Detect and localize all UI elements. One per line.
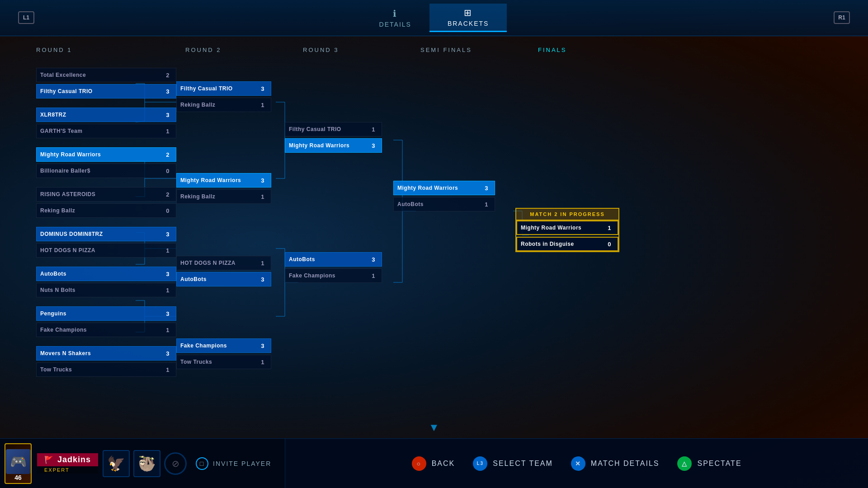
r1m3-team1[interactable]: Mighty Road Warriors 2 <box>36 147 176 162</box>
finals-column: MATCH 2 IN PROGRESS Mighty Road Warriors… <box>502 59 832 252</box>
spectate-icon: △ <box>677 456 692 471</box>
player-avatar: 🎮 <box>6 449 31 474</box>
player-level: 46 <box>14 474 22 481</box>
l1-badge[interactable]: L1 <box>18 11 34 24</box>
r2m2-team2[interactable]: Reking Ballz 1 <box>176 189 271 204</box>
r1m6-team1[interactable]: AutoBots 3 <box>36 267 176 281</box>
r2m1-team2[interactable]: Reking Ballz 1 <box>176 98 271 112</box>
r3-match-2: AutoBots 3 Fake Champions 1 <box>285 252 393 283</box>
finals-match: MATCH 2 IN PROGRESS Mighty Road Warriors… <box>515 208 619 252</box>
player-rank: EXPERT <box>37 466 98 474</box>
r1-match-8: Movers N Shakers 3 Tow Trucks 1 <box>36 346 176 377</box>
r1-match-3: Mighty Road Warriors 2 Billionaire Balle… <box>36 147 176 178</box>
r1m5-team2[interactable]: HOT DOGS N PIZZA 1 <box>36 243 176 258</box>
match-details-button[interactable]: ✕ MATCH DETAILS <box>571 456 660 471</box>
sf-match-1: Mighty Road Warriors 3 AutoBots 1 <box>393 181 502 211</box>
r3-match-1: Filthy Casual TRIO 1 Mighty Road Warrior… <box>285 122 393 153</box>
r1-match-2: XLR8TRZ 3 GARTH'S Team 1 <box>36 108 176 138</box>
r1m7-team2[interactable]: Fake Champions 1 <box>36 323 176 337</box>
player-flag-icon: 🚩 <box>44 455 54 464</box>
round2-column: Filthy Casual TRIO 3 Reking Ballz 1 Migh… <box>176 59 285 369</box>
spectate-button[interactable]: △ SPECTATE <box>677 456 741 471</box>
rounds-header: ROUND 1 ROUND 2 ROUND 3 SEMI FINALS FINA… <box>0 41 868 59</box>
tab-brackets[interactable]: ⊞ BRACKETS <box>429 4 507 32</box>
r1m8-team1[interactable]: Movers N Shakers 3 <box>36 346 176 361</box>
select-team-icon: L3 <box>473 456 487 471</box>
r1m4-team2[interactable]: Reking Ballz 0 <box>36 203 176 218</box>
r3m1-team2[interactable]: Mighty Road Warriors 3 <box>285 138 382 153</box>
r3m2-team2[interactable]: Fake Champions 1 <box>285 268 382 283</box>
back-label: BACK <box>432 460 455 468</box>
ban-icon[interactable]: ⊘ <box>164 452 187 475</box>
sfm1-team1[interactable]: Mighty Road Warriors 3 <box>393 181 495 195</box>
player-icon1[interactable]: 🦅 <box>103 450 130 477</box>
player-level-box: 🎮 46 <box>5 443 32 484</box>
round2-label: ROUND 2 <box>185 47 222 53</box>
finals-team1[interactable]: Mighty Road Warriors 1 <box>516 221 618 235</box>
player-info: 🚩 Jadkins EXPERT <box>37 453 98 474</box>
r1m2-team2[interactable]: GARTH'S Team 1 <box>36 124 176 138</box>
r2-match-2: Mighty Road Warriors 3 Reking Ballz 1 <box>176 173 285 204</box>
r2m3-team1[interactable]: HOT DOGS N PIZZA 1 <box>176 256 271 270</box>
r1-match-6: AutoBots 3 Nuts N Bolts 1 <box>36 267 176 297</box>
r1-match-4: RISING ASTEROIDS 2 Reking Ballz 0 <box>36 187 176 218</box>
sfm1-team2[interactable]: AutoBots 1 <box>393 197 495 211</box>
r1m2-team1[interactable]: XLR8TRZ 3 <box>36 108 176 122</box>
match-details-label: MATCH DETAILS <box>591 460 660 468</box>
r1-match-5: DOMINUS DOMIN8TRZ 3 HOT DOGS N PIZZA 1 <box>36 227 176 258</box>
round1-column: Total Excellence 2 Filthy Casual TRIO 3 … <box>36 59 176 377</box>
finals-team2[interactable]: Robots in Disguise 0 <box>516 237 618 251</box>
r2-match-1: Filthy Casual TRIO 3 Reking Ballz 1 <box>176 81 285 112</box>
r1m6-team2[interactable]: Nuts N Bolts 1 <box>36 283 176 297</box>
round3-column: Filthy Casual TRIO 1 Mighty Road Warrior… <box>285 59 393 283</box>
r1m8-team2[interactable]: Tow Trucks 1 <box>36 362 176 377</box>
r1m1-team2[interactable]: Filthy Casual TRIO 3 <box>36 84 176 99</box>
r2m1-team1[interactable]: Filthy Casual TRIO 3 <box>176 81 271 96</box>
invite-button[interactable]: □ INVITE PLAYER <box>187 457 280 470</box>
header: L1 ℹ DETAILS ⊞ BRACKETS R1 <box>0 0 868 36</box>
scroll-indicator: ▼ <box>429 421 439 434</box>
back-button[interactable]: ○ BACK <box>412 456 455 471</box>
bottom-bar: 🎮 46 🚩 Jadkins EXPERT 🦅 🦥 ⊘ □ INVITE PLA… <box>0 438 868 488</box>
r1-badge[interactable]: R1 <box>834 11 850 24</box>
back-icon: ○ <box>412 456 426 471</box>
info-icon: ℹ <box>393 8 397 19</box>
tab-details[interactable]: ℹ DETAILS <box>361 5 429 32</box>
match-details-icon: ✕ <box>571 456 585 471</box>
invite-label: INVITE PLAYER <box>213 460 271 467</box>
r2-match-3: HOT DOGS N PIZZA 1 AutoBots 3 <box>176 256 285 286</box>
r1m4-team1[interactable]: RISING ASTEROIDS 2 <box>36 187 176 202</box>
player-icon2[interactable]: 🦥 <box>133 450 160 477</box>
r2m4-team1[interactable]: Fake Champions 3 <box>176 338 271 353</box>
r2m2-team1[interactable]: Mighty Road Warriors 3 <box>176 173 271 188</box>
invite-icon: □ <box>196 457 208 470</box>
r1m1-team1[interactable]: Total Excellence 2 <box>36 68 176 82</box>
semifinals-label: SEMI FINALS <box>420 47 472 53</box>
r1-match-1: Total Excellence 2 Filthy Casual TRIO 3 <box>36 68 176 99</box>
select-team-label: SELECT TEAM <box>493 460 553 468</box>
r2m4-team2[interactable]: Tow Trucks 1 <box>176 355 271 369</box>
finals-label: FINALS <box>538 47 567 53</box>
bracket-area: Total Excellence 2 Filthy Casual TRIO 3 … <box>36 59 832 434</box>
action-buttons: ○ BACK L3 SELECT TEAM ✕ MATCH DETAILS △ … <box>285 456 868 471</box>
r1m5-team1[interactable]: DOMINUS DOMIN8TRZ 3 <box>36 227 176 241</box>
round3-label: ROUND 3 <box>303 47 339 53</box>
r3m2-team1[interactable]: AutoBots 3 <box>285 252 382 267</box>
r2-match-4: Fake Champions 3 Tow Trucks 1 <box>176 338 285 369</box>
finals-status: MATCH 2 IN PROGRESS <box>516 209 618 221</box>
r1-match-7: Penguins 3 Fake Champions 1 <box>36 306 176 337</box>
semifinals-column: Mighty Road Warriors 3 AutoBots 1 <box>393 59 502 211</box>
select-team-button[interactable]: L3 SELECT TEAM <box>473 456 553 471</box>
player-name: Jadkins <box>57 455 91 465</box>
r1m3-team2[interactable]: Billionaire Baller$ 0 <box>36 164 176 178</box>
r2m3-team2[interactable]: AutoBots 3 <box>176 272 271 286</box>
tab-details-label: DETAILS <box>379 21 411 28</box>
tab-brackets-label: BRACKETS <box>448 20 489 27</box>
spectate-label: SPECTATE <box>697 460 741 468</box>
player-card: 🎮 46 🚩 Jadkins EXPERT 🦅 🦥 ⊘ □ INVITE PLA… <box>0 439 285 488</box>
brackets-icon: ⊞ <box>464 7 472 18</box>
r3m1-team1[interactable]: Filthy Casual TRIO 1 <box>285 122 382 136</box>
player-name-bar: 🚩 Jadkins <box>37 453 98 466</box>
round1-label: ROUND 1 <box>36 47 72 53</box>
r1m7-team1[interactable]: Penguins 3 <box>36 306 176 321</box>
